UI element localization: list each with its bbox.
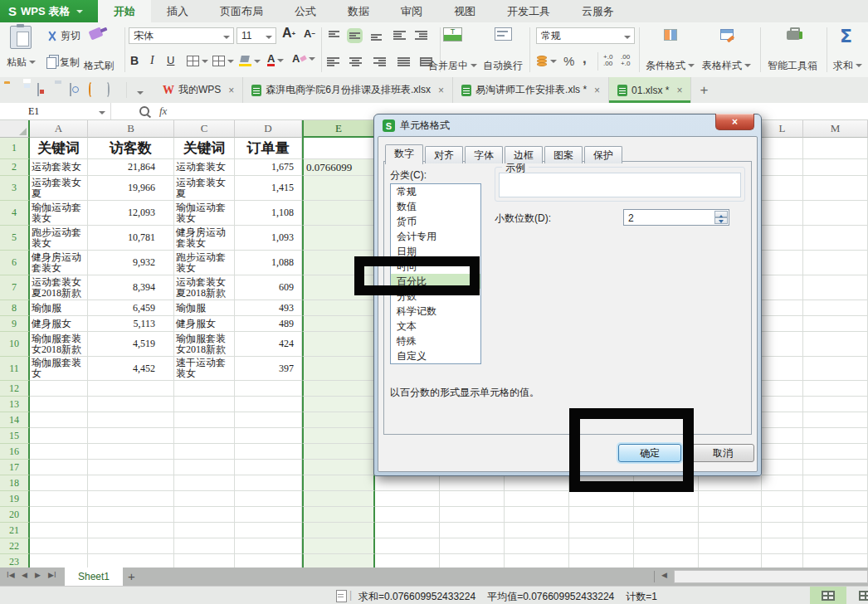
cell[interactable]	[762, 159, 803, 176]
cell[interactable]	[762, 357, 803, 381]
cell[interactable]: 19,966	[88, 176, 174, 201]
cell[interactable]: 健身房运动套装女	[174, 226, 235, 251]
cell[interactable]: 493	[235, 300, 302, 316]
cell[interactable]	[174, 491, 235, 507]
next-sheet-button[interactable]: ▶	[35, 571, 41, 579]
cell[interactable]	[569, 507, 634, 523]
cell[interactable]	[302, 491, 375, 507]
cell[interactable]: 4,519	[88, 332, 174, 357]
horizontal-scrollbar[interactable]	[674, 570, 868, 583]
row-header-19[interactable]: 19	[0, 491, 30, 507]
cell[interactable]: 10,781	[88, 226, 174, 251]
row-header-11[interactable]: 11	[0, 357, 30, 381]
cell[interactable]	[762, 316, 803, 332]
cell[interactable]: 5,113	[88, 316, 174, 332]
cell[interactable]: 瑜伽服套装女2018新款	[30, 332, 88, 357]
cell[interactable]: 21,864	[88, 159, 174, 176]
cell[interactable]: 9,932	[88, 251, 174, 275]
toolbox-button[interactable]	[787, 27, 800, 40]
copy-button[interactable]: 复制	[46, 56, 80, 70]
column-header-l[interactable]: L	[762, 120, 803, 138]
close-icon[interactable]: ×	[594, 85, 600, 96]
cell[interactable]: 609	[235, 275, 302, 300]
cell[interactable]	[235, 381, 302, 397]
cell[interactable]	[88, 475, 174, 491]
cell[interactable]	[803, 226, 868, 251]
sum-label[interactable]: 求和	[833, 59, 862, 73]
menu-tab[interactable]: 云服务	[566, 0, 630, 22]
cell[interactable]	[174, 381, 235, 397]
cell[interactable]	[762, 397, 803, 412]
cell[interactable]	[762, 444, 803, 460]
dialog-tab-字体[interactable]: 字体	[465, 146, 503, 163]
cell[interactable]: 跑步运动套装女	[30, 226, 88, 251]
category-item[interactable]: 常规	[391, 184, 480, 199]
cell[interactable]	[302, 428, 375, 444]
cell[interactable]	[440, 554, 505, 567]
cell[interactable]	[30, 428, 88, 444]
cell[interactable]	[762, 251, 803, 275]
cell[interactable]	[88, 381, 174, 397]
cell[interactable]	[235, 554, 302, 567]
cell[interactable]	[505, 538, 569, 554]
increase-decimal-button[interactable]: +.0 .00	[603, 54, 612, 67]
cell[interactable]	[302, 554, 375, 567]
cell[interactable]	[505, 475, 569, 491]
cell[interactable]	[30, 397, 88, 412]
cell[interactable]: 397	[235, 357, 302, 381]
category-item[interactable]: 文本	[391, 319, 480, 334]
cell[interactable]: 1,675	[235, 159, 302, 176]
row-header-20[interactable]: 20	[0, 507, 30, 523]
new-document-button[interactable]: +	[691, 77, 716, 103]
name-box[interactable]: E1	[0, 103, 111, 119]
row-header-14[interactable]: 14	[0, 412, 30, 428]
row-header-3[interactable]: 3	[0, 176, 30, 201]
dialog-tab-对齐[interactable]: 对齐	[425, 146, 463, 163]
cell[interactable]	[699, 523, 762, 538]
document-tab[interactable]: 01.xlsx *×	[609, 77, 691, 103]
cell[interactable]	[762, 381, 803, 397]
menu-tab[interactable]: 视图	[438, 0, 491, 22]
cell[interactable]	[803, 159, 868, 176]
row-header-4[interactable]: 4	[0, 201, 30, 226]
borders-button[interactable]	[187, 56, 208, 66]
cell[interactable]: 12,093	[88, 201, 174, 226]
spinner-up-button[interactable]	[714, 211, 728, 217]
select-all-corner[interactable]	[0, 120, 30, 138]
cell[interactable]	[235, 397, 302, 412]
cell[interactable]: 6,459	[88, 300, 174, 316]
normal-view-button[interactable]	[810, 587, 846, 604]
cell[interactable]	[235, 460, 302, 475]
category-item[interactable]: 科学记数	[391, 304, 480, 319]
cell[interactable]: 瑜伽服	[30, 300, 88, 316]
search-icon[interactable]	[139, 106, 149, 116]
cell[interactable]	[302, 523, 375, 538]
decimal-places-spinner[interactable]: 2	[623, 209, 729, 226]
column-header-b[interactable]: B	[88, 120, 174, 138]
cell[interactable]	[803, 523, 868, 538]
cell[interactable]: 1,093	[235, 226, 302, 251]
export-pdf-button[interactable]	[37, 84, 39, 95]
cancel-button[interactable]: 取消	[691, 444, 754, 462]
cell[interactable]	[505, 523, 569, 538]
cut-button[interactable]: 剪切	[46, 29, 80, 43]
cell[interactable]: 运动套装女夏2018新款	[174, 275, 235, 300]
cell[interactable]	[569, 538, 634, 554]
undo-button[interactable]	[89, 84, 92, 95]
cell[interactable]	[803, 381, 868, 397]
cell[interactable]	[803, 300, 868, 316]
dialog-tab-边框[interactable]: 边框	[505, 146, 543, 163]
wrap-text-button[interactable]	[495, 27, 512, 41]
cell[interactable]	[235, 491, 302, 507]
cell[interactable]: 4,452	[88, 357, 174, 381]
redo-button[interactable]	[106, 84, 110, 95]
cell[interactable]: 瑜伽运动套装女	[174, 201, 235, 226]
fill-color-button[interactable]	[239, 56, 261, 66]
close-icon[interactable]: ×	[228, 85, 234, 96]
cell[interactable]	[302, 507, 375, 523]
cell[interactable]	[235, 475, 302, 491]
column-header-m[interactable]: M	[803, 120, 868, 138]
cell[interactable]	[699, 475, 762, 491]
row-header-1[interactable]: 1	[0, 138, 30, 159]
category-item[interactable]: 自定义	[391, 348, 480, 363]
